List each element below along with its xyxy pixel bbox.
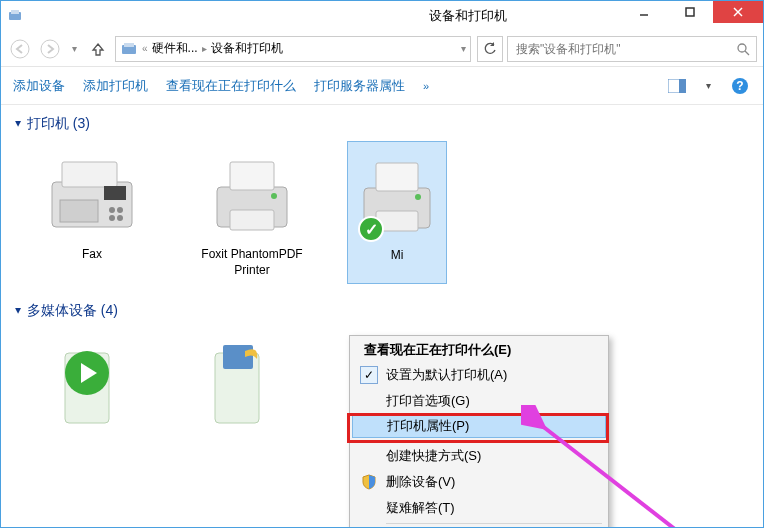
ctx-label: 打印首选项(G): [386, 392, 470, 410]
collapse-arrow-icon: ▲: [13, 119, 23, 130]
svg-point-6: [11, 40, 29, 58]
default-check-icon: ✓: [358, 216, 384, 242]
ctx-label: 设置为默认打印机(A): [386, 366, 507, 384]
breadcrumb-dropdown-icon[interactable]: ▾: [461, 43, 466, 54]
printers-list: Fax Foxit PhantomPDF Printer: [13, 141, 751, 284]
window-title: 设备和打印机: [314, 7, 621, 25]
menu-separator: [386, 523, 602, 524]
ctx-label: 打印机属性(P): [387, 417, 469, 435]
svg-rect-1: [11, 10, 19, 14]
svg-rect-3: [686, 8, 694, 16]
cmd-add-printer[interactable]: 添加打印机: [83, 77, 148, 95]
nav-recent-dropdown[interactable]: ▾: [67, 36, 81, 62]
cmd-add-device[interactable]: 添加设备: [13, 77, 65, 95]
svg-rect-25: [230, 162, 274, 190]
svg-point-7: [41, 40, 59, 58]
device-label: Fax: [82, 247, 102, 263]
titlebar-left: [1, 8, 314, 24]
ctx-remove-device[interactable]: 删除设备(V): [352, 469, 606, 495]
app-icon: [7, 8, 23, 24]
cmd-server-properties[interactable]: 打印服务器属性: [314, 77, 405, 95]
ctx-label: 删除设备(V): [386, 473, 455, 491]
search-box[interactable]: [507, 36, 757, 62]
breadcrumb-devices[interactable]: 设备和打印机: [211, 40, 283, 57]
ctx-set-default[interactable]: ✓ 设置为默认打印机(A): [352, 362, 606, 388]
device-item-media[interactable]: [177, 328, 297, 438]
address-bar-row: ▾ « 硬件和... ▸ 设备和打印机 ▾: [1, 31, 763, 67]
chevron-icon: «: [142, 43, 148, 54]
preview-pane-button[interactable]: [666, 75, 688, 97]
device-item-fax[interactable]: Fax: [27, 141, 157, 284]
window: 设备和打印机 ▾ « 硬件和..: [0, 0, 764, 528]
titlebar: 设备和打印机: [1, 1, 763, 31]
svg-point-31: [415, 194, 421, 200]
help-button[interactable]: ?: [729, 75, 751, 97]
refresh-button[interactable]: [477, 36, 503, 62]
svg-point-23: [117, 215, 123, 221]
search-icon: [736, 42, 750, 56]
group-header-printers[interactable]: ▲ 打印机 (3): [13, 115, 751, 133]
chevron-down-icon[interactable]: ▾: [706, 80, 711, 91]
svg-point-10: [738, 44, 746, 52]
command-bar: 添加设备 添加打印机 查看现在正在打印什么 打印服务器属性 » ▾ ?: [1, 67, 763, 105]
svg-point-22: [109, 215, 115, 221]
chevron-right-icon: ▸: [202, 43, 207, 54]
nav-back-button[interactable]: [7, 36, 33, 62]
nav-forward-button[interactable]: [37, 36, 63, 62]
ctx-printing-prefs[interactable]: 打印首选项(G): [352, 388, 606, 414]
svg-point-20: [109, 207, 115, 213]
svg-rect-35: [223, 345, 253, 369]
collapse-arrow-icon: ▲: [13, 306, 23, 317]
svg-text:?: ?: [736, 79, 743, 93]
cmd-more-button[interactable]: »: [423, 80, 429, 92]
fax-icon: [37, 147, 147, 247]
svg-point-27: [271, 193, 277, 199]
close-button[interactable]: [713, 1, 763, 23]
svg-rect-9: [124, 43, 134, 47]
ctx-label: 创建快捷方式(S): [386, 447, 481, 465]
context-menu: 查看现在正在打印什么(E) ✓ 设置为默认打印机(A) 打印首选项(G) 打印机…: [349, 335, 609, 527]
content-area: ▲ 打印机 (3) Fax: [1, 105, 763, 527]
cmd-see-printing[interactable]: 查看现在正在打印什么: [166, 77, 296, 95]
ctx-troubleshoot[interactable]: 疑难解答(T): [352, 495, 606, 521]
device-label: Foxit PhantomPDF Printer: [193, 247, 311, 278]
svg-rect-13: [679, 79, 686, 93]
device-item-foxit[interactable]: Foxit PhantomPDF Printer: [187, 141, 317, 284]
minimize-button[interactable]: [621, 1, 667, 23]
ctx-label: 查看现在正在打印什么(E): [364, 341, 511, 359]
nav-up-button[interactable]: [85, 36, 111, 62]
group-multimedia-label: 多媒体设备 (4): [27, 302, 118, 320]
device-item-default-printer[interactable]: ✓ Mi: [347, 141, 447, 284]
check-icon: ✓: [360, 366, 378, 384]
printer-icon: ✓: [352, 148, 442, 248]
ctx-see-printing[interactable]: 查看现在正在打印什么(E): [352, 338, 606, 362]
ctx-label: 疑难解答(T): [386, 499, 455, 517]
device-item-media[interactable]: [27, 328, 147, 438]
devices-icon: [120, 40, 138, 58]
breadcrumb[interactable]: « 硬件和... ▸ 设备和打印机 ▾: [115, 36, 471, 62]
group-printers-label: 打印机 (3): [27, 115, 90, 133]
menu-separator: [386, 440, 602, 441]
svg-rect-26: [230, 210, 274, 230]
window-buttons: [621, 1, 763, 31]
ctx-create-shortcut[interactable]: 创建快捷方式(S): [352, 443, 606, 469]
search-input[interactable]: [514, 41, 736, 57]
breadcrumb-hardware[interactable]: 硬件和...: [152, 40, 198, 57]
group-header-multimedia[interactable]: ▲ 多媒体设备 (4): [13, 302, 751, 320]
device-label: Mi: [391, 248, 404, 264]
ctx-properties[interactable]: 属性(R): [352, 526, 606, 527]
svg-point-21: [117, 207, 123, 213]
svg-rect-17: [62, 162, 117, 187]
ctx-printer-properties[interactable]: 打印机属性(P): [352, 414, 606, 438]
maximize-button[interactable]: [667, 1, 713, 23]
printer-icon: [197, 147, 307, 247]
svg-line-11: [745, 51, 749, 55]
svg-rect-18: [104, 186, 126, 200]
shield-icon: [360, 473, 378, 491]
svg-rect-19: [60, 200, 98, 222]
svg-rect-29: [376, 163, 418, 191]
